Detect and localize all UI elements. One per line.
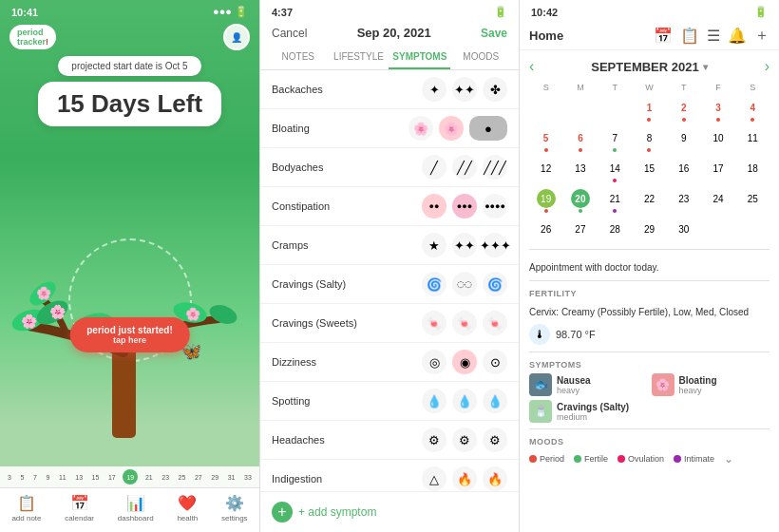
symptom-level-2[interactable]: ╱╱: [452, 155, 477, 180]
symptom-level-2[interactable]: 💧: [452, 389, 477, 413]
calendar-cell-7[interactable]: 7: [598, 125, 632, 155]
nav-calendar[interactable]: 📅 calendar: [65, 494, 94, 522]
symptom-level-1[interactable]: △: [422, 466, 446, 491]
notification-icon[interactable]: 🔔: [728, 27, 747, 45]
symptom-level-3[interactable]: 🌀: [483, 272, 507, 296]
calendar-cell-12[interactable]: 12: [529, 156, 562, 185]
calendar-cell-27[interactable]: 27: [563, 217, 597, 241]
symptom-level-1[interactable]: ╱: [422, 155, 446, 180]
symptom-name: Bloating: [272, 123, 408, 134]
period-dot: [529, 455, 537, 463]
logo: periodtracker!: [10, 25, 56, 49]
nav-dashboard[interactable]: 📊 dashboard: [118, 494, 154, 522]
calendar-view-icon[interactable]: 📅: [654, 27, 673, 45]
screen-home: 10:41 ●●● 🔋 periodtracker! 👤 projected s…: [0, 0, 259, 532]
calendar-cell-17[interactable]: 17: [701, 156, 734, 185]
symptom-level-1[interactable]: ⚙: [422, 428, 446, 452]
calendar-cell-2[interactable]: 2: [667, 95, 700, 124]
add-icon[interactable]: ＋: [754, 26, 770, 46]
calendar-cell-8[interactable]: 8: [633, 125, 666, 155]
calendar-cell-30[interactable]: 30: [667, 217, 700, 241]
calendar-cell-14[interactable]: 14: [598, 156, 632, 185]
list-item: Cramps ★ ✦✦ ✦✦✦: [260, 226, 519, 265]
symptom-level-2[interactable]: 🍬: [452, 311, 477, 335]
menu-icon[interactable]: ☰: [707, 27, 720, 45]
symptom-level-2[interactable]: 🔥: [452, 466, 477, 491]
calendar-cell-18[interactable]: 18: [736, 156, 770, 185]
symptom-level-1[interactable]: ★: [422, 233, 446, 257]
save-button[interactable]: Save: [481, 27, 507, 40]
days-left: 15 Days Left: [38, 82, 221, 126]
symptom-level-1[interactable]: ●●: [422, 194, 446, 218]
calendar-cell-4[interactable]: 4: [736, 95, 770, 124]
symptom-level-3[interactable]: 🔥: [483, 466, 507, 491]
symptom-level-3[interactable]: 🍬: [483, 311, 507, 335]
next-month-button[interactable]: ›: [765, 58, 770, 75]
symptom-level-3[interactable]: ✦✦✦: [483, 233, 507, 257]
symptom-level-3[interactable]: 💧: [483, 389, 507, 413]
calendar-cell-13[interactable]: 13: [563, 156, 597, 185]
tab-symptoms[interactable]: SYMPTOMS: [389, 46, 450, 69]
tab-notes[interactable]: NOTES: [268, 46, 329, 69]
avatar[interactable]: 👤: [223, 24, 250, 50]
symptom-level-3[interactable]: ⚙: [483, 428, 507, 452]
symptom-level-2[interactable]: ✦✦: [452, 233, 477, 257]
calendar-cell-1[interactable]: 1: [633, 95, 666, 124]
symptom-level-2[interactable]: ◉: [452, 350, 477, 374]
symptom-level-1[interactable]: 💧: [422, 389, 446, 413]
symptom-level-2[interactable]: ◌◌: [452, 272, 477, 296]
nav-settings[interactable]: ⚙️ settings: [221, 494, 248, 522]
calendar-cell-6[interactable]: 6: [563, 125, 597, 155]
symptom-name-nausea: Nausea: [557, 375, 591, 386]
period-start-button[interactable]: period just started! tap here: [69, 317, 190, 352]
calendar-cell-21[interactable]: 21: [598, 186, 632, 216]
cycle-day: 27: [193, 474, 204, 481]
calendar-cell-25[interactable]: 25: [736, 186, 770, 216]
symptom-level-1[interactable]: ◎: [422, 350, 446, 374]
mood-expand-button[interactable]: ⌄: [724, 452, 733, 466]
symptom-level-1[interactable]: ✦: [422, 77, 446, 102]
symptom-name: Dizziness: [272, 356, 422, 368]
calendar-cell-20-today[interactable]: 20: [563, 186, 597, 216]
calendar-cell-10[interactable]: 10: [701, 125, 734, 155]
cancel-button[interactable]: Cancel: [272, 27, 307, 40]
calendar-cell-16[interactable]: 16: [667, 156, 700, 185]
symptom-level-1[interactable]: 🌸: [408, 116, 433, 141]
tab-lifestyle[interactable]: LIFESTYLE: [329, 46, 390, 69]
symptom-level-3[interactable]: ✤: [483, 77, 507, 102]
calendar-cell-29[interactable]: 29: [633, 217, 666, 241]
calendar-cell-26[interactable]: 26: [529, 217, 562, 241]
symptom-level-3[interactable]: ⊙: [483, 350, 507, 374]
calendar-cell-24[interactable]: 24: [701, 186, 734, 216]
calendar-icon: 📅: [70, 494, 89, 512]
nav-add-note[interactable]: 📋 add note: [11, 494, 41, 522]
tab-moods[interactable]: MOODS: [450, 46, 511, 69]
calendar-cell-15[interactable]: 15: [633, 156, 666, 185]
calendar-cell-19[interactable]: 19: [529, 186, 562, 216]
list-view-icon[interactable]: 📋: [680, 27, 699, 45]
symptom-level-3[interactable]: ╱╱╱: [483, 155, 507, 180]
symptom-level-1[interactable]: 🌀: [422, 272, 446, 296]
symptom-level-2[interactable]: 🌸: [439, 116, 464, 141]
calendar-cell-9[interactable]: 9: [667, 125, 700, 155]
nav-label: settings: [221, 514, 248, 522]
symptom-level-3[interactable]: ●●●●: [483, 194, 507, 218]
mood-intimate: Intimate: [674, 454, 714, 464]
symptom-level-2[interactable]: ⚙: [452, 428, 477, 452]
calendar-cell-11[interactable]: 11: [736, 125, 770, 155]
calendar-cell-28[interactable]: 28: [598, 217, 632, 241]
calendar-cell-23[interactable]: 23: [667, 186, 700, 216]
list-item: Cravings (Sweets) 🍬 🍬 🍬: [260, 304, 519, 343]
add-symptom-button[interactable]: + + add symptom: [260, 491, 519, 532]
calendar-cell-22[interactable]: 22: [633, 186, 666, 216]
fertility-section: Cervix: Creamy (Possibly Fertile), Low, …: [520, 300, 779, 321]
calendar-cell-5[interactable]: 5: [529, 125, 562, 155]
nav-health[interactable]: ❤️ health: [177, 494, 198, 522]
symptom-level-1[interactable]: 🍬: [422, 311, 446, 335]
day-label: W: [633, 81, 666, 94]
calendar-cell-3[interactable]: 3: [701, 95, 734, 124]
symptom-level-2[interactable]: ●●●: [452, 194, 477, 218]
symptom-level-2[interactable]: ✦✦: [452, 77, 477, 102]
symptom-toggle[interactable]: ●: [469, 116, 507, 141]
prev-month-button[interactable]: ‹: [529, 58, 534, 75]
